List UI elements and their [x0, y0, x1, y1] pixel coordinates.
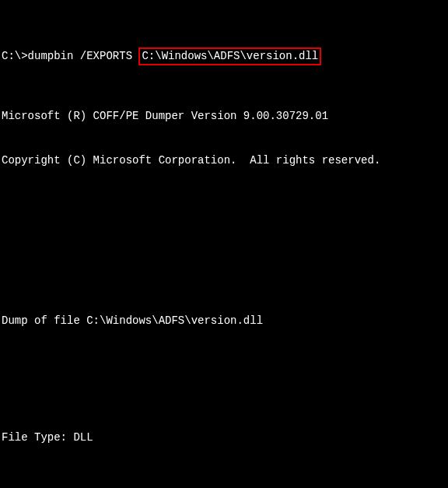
command-line[interactable]: C:\>dumpbin /EXPORTS C:\Windows\ADFS\ver… — [2, 47, 446, 65]
blank-line — [2, 255, 446, 269]
prompt-cwd: C:\> — [2, 49, 28, 64]
dump-of-file: Dump of file C:\Windows\ADFS\version.dll — [2, 314, 446, 328]
blank-line — [2, 372, 446, 386]
banner-line-2: Copyright (C) Microsoft Corporation. All… — [2, 153, 446, 168]
terminal-output: C:\>dumpbin /EXPORTS C:\Windows\ADFS\ver… — [0, 0, 448, 488]
command-text: dumpbin /EXPORTS — [28, 49, 139, 64]
file-type: File Type: DLL — [2, 430, 446, 445]
blank-line — [2, 212, 446, 226]
banner-line-1: Microsoft (R) COFF/PE Dumper Version 9.0… — [2, 109, 446, 124]
highlighted-argument: C:\Windows\ADFS\version.dll — [138, 47, 321, 65]
